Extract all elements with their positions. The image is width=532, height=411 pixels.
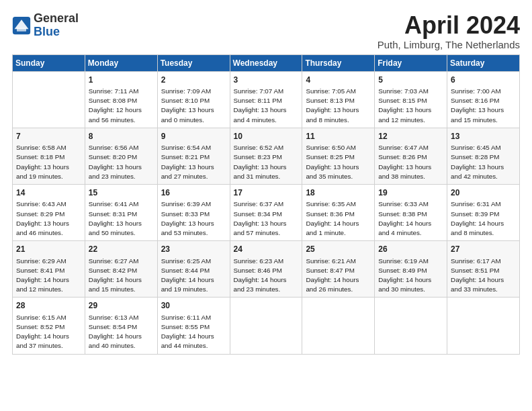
calendar-cell: 30Sunrise: 6:11 AM Sunset: 8:55 PM Dayli…	[157, 298, 230, 354]
day-number: 5	[378, 75, 444, 86]
day-number: 6	[451, 75, 517, 86]
calendar-cell: 25Sunrise: 6:21 AM Sunset: 8:47 PM Dayli…	[302, 241, 375, 298]
calendar-cell: 16Sunrise: 6:39 AM Sunset: 8:33 PM Dayli…	[157, 185, 230, 241]
cell-info: Sunrise: 6:39 AM Sunset: 8:33 PM Dayligh…	[161, 199, 227, 238]
cell-info: Sunrise: 6:33 AM Sunset: 8:38 PM Dayligh…	[378, 199, 444, 238]
calendar-cell: 10Sunrise: 6:52 AM Sunset: 8:23 PM Dayli…	[230, 128, 302, 184]
calendar-cell	[375, 298, 447, 354]
calendar-cell: 13Sunrise: 6:45 AM Sunset: 8:28 PM Dayli…	[447, 128, 520, 184]
calendar-cell: 14Sunrise: 6:43 AM Sunset: 8:29 PM Dayli…	[13, 185, 85, 241]
th-tuesday: Tuesday	[157, 54, 230, 71]
cell-info: Sunrise: 6:41 AM Sunset: 8:31 PM Dayligh…	[89, 199, 154, 238]
day-number: 19	[378, 187, 444, 199]
th-monday: Monday	[85, 54, 157, 71]
month-title: April 2024	[378, 12, 520, 39]
cell-info: Sunrise: 6:56 AM Sunset: 8:20 PM Dayligh…	[89, 143, 154, 181]
cell-info: Sunrise: 6:54 AM Sunset: 8:21 PM Dayligh…	[161, 143, 227, 181]
day-number: 23	[161, 244, 227, 255]
day-number: 8	[89, 131, 154, 142]
day-number: 30	[161, 300, 227, 312]
th-friday: Friday	[375, 54, 447, 71]
cell-info: Sunrise: 6:19 AM Sunset: 8:49 PM Dayligh…	[378, 257, 444, 295]
cell-info: Sunrise: 6:50 AM Sunset: 8:25 PM Dayligh…	[306, 143, 371, 181]
page: General Blue April 2024 Puth, Limburg, T…	[0, 0, 532, 361]
cell-info: Sunrise: 6:47 AM Sunset: 8:26 PM Dayligh…	[378, 143, 444, 181]
cell-info: Sunrise: 6:43 AM Sunset: 8:29 PM Dayligh…	[16, 199, 82, 238]
day-number: 1	[89, 75, 154, 86]
day-number: 28	[16, 300, 82, 312]
calendar-cell: 29Sunrise: 6:13 AM Sunset: 8:54 PM Dayli…	[85, 298, 157, 354]
day-number: 24	[234, 244, 300, 255]
day-number: 7	[16, 131, 82, 142]
logo-blue-label: Blue	[34, 26, 79, 39]
day-number: 22	[89, 244, 154, 255]
title-block: April 2024 Puth, Limburg, The Netherland…	[378, 12, 520, 50]
calendar-header-row: Sunday Monday Tuesday Wednesday Thursday…	[13, 54, 520, 71]
cell-info: Sunrise: 6:11 AM Sunset: 8:55 PM Dayligh…	[161, 313, 227, 351]
logo: General Blue	[12, 12, 79, 39]
calendar-cell: 5Sunrise: 7:03 AM Sunset: 8:15 PM Daylig…	[375, 71, 447, 128]
logo-icon	[12, 16, 31, 35]
calendar-cell: 23Sunrise: 6:25 AM Sunset: 8:44 PM Dayli…	[157, 241, 230, 298]
day-number: 18	[306, 187, 371, 199]
day-number: 2	[161, 75, 227, 86]
th-sunday: Sunday	[13, 54, 85, 71]
calendar-cell: 15Sunrise: 6:41 AM Sunset: 8:31 PM Dayli…	[85, 185, 157, 241]
day-number: 4	[306, 75, 371, 86]
logo-text: General Blue	[34, 12, 79, 39]
calendar-cell: 28Sunrise: 6:15 AM Sunset: 8:52 PM Dayli…	[13, 298, 85, 354]
day-number: 25	[306, 244, 371, 255]
cell-info: Sunrise: 6:27 AM Sunset: 8:42 PM Dayligh…	[89, 257, 154, 295]
calendar-cell	[302, 298, 375, 354]
day-number: 29	[89, 300, 154, 312]
day-number: 9	[161, 131, 227, 142]
calendar-cell	[447, 298, 520, 354]
calendar-cell: 9Sunrise: 6:54 AM Sunset: 8:21 PM Daylig…	[157, 128, 230, 184]
calendar-cell: 8Sunrise: 6:56 AM Sunset: 8:20 PM Daylig…	[85, 128, 157, 184]
calendar-cell: 22Sunrise: 6:27 AM Sunset: 8:42 PM Dayli…	[85, 241, 157, 298]
calendar-week-row-3: 21Sunrise: 6:29 AM Sunset: 8:41 PM Dayli…	[13, 241, 520, 298]
calendar-cell: 4Sunrise: 7:05 AM Sunset: 8:13 PM Daylig…	[302, 71, 375, 128]
calendar-cell: 2Sunrise: 7:09 AM Sunset: 8:10 PM Daylig…	[157, 71, 230, 128]
day-number: 3	[234, 75, 300, 86]
calendar-cell: 20Sunrise: 6:31 AM Sunset: 8:39 PM Dayli…	[447, 185, 520, 241]
cell-info: Sunrise: 6:35 AM Sunset: 8:36 PM Dayligh…	[306, 199, 371, 238]
cell-info: Sunrise: 7:05 AM Sunset: 8:13 PM Dayligh…	[306, 87, 371, 125]
day-number: 16	[161, 187, 227, 199]
calendar-cell: 7Sunrise: 6:58 AM Sunset: 8:18 PM Daylig…	[13, 128, 85, 184]
day-number: 21	[16, 244, 82, 255]
th-saturday: Saturday	[447, 54, 520, 71]
calendar-cell	[230, 298, 302, 354]
calendar-cell: 19Sunrise: 6:33 AM Sunset: 8:38 PM Dayli…	[375, 185, 447, 241]
cell-info: Sunrise: 6:13 AM Sunset: 8:54 PM Dayligh…	[89, 313, 154, 351]
calendar-cell: 11Sunrise: 6:50 AM Sunset: 8:25 PM Dayli…	[302, 128, 375, 184]
cell-info: Sunrise: 6:37 AM Sunset: 8:34 PM Dayligh…	[234, 199, 300, 238]
calendar-week-row-2: 14Sunrise: 6:43 AM Sunset: 8:29 PM Dayli…	[13, 185, 520, 241]
cell-info: Sunrise: 7:00 AM Sunset: 8:16 PM Dayligh…	[451, 87, 517, 125]
day-number: 11	[306, 131, 371, 142]
logo-general-label: General	[34, 12, 79, 26]
day-number: 14	[16, 187, 82, 199]
calendar-cell: 27Sunrise: 6:17 AM Sunset: 8:51 PM Dayli…	[447, 241, 520, 298]
location-title: Puth, Limburg, The Netherlands	[378, 39, 520, 50]
cell-info: Sunrise: 7:11 AM Sunset: 8:08 PM Dayligh…	[89, 87, 154, 125]
cell-info: Sunrise: 7:03 AM Sunset: 8:15 PM Dayligh…	[378, 87, 444, 125]
day-number: 26	[378, 244, 444, 255]
cell-info: Sunrise: 6:52 AM Sunset: 8:23 PM Dayligh…	[234, 143, 300, 181]
cell-info: Sunrise: 6:25 AM Sunset: 8:44 PM Dayligh…	[161, 257, 227, 295]
calendar-table: Sunday Monday Tuesday Wednesday Thursday…	[12, 54, 520, 355]
day-number: 13	[451, 131, 517, 142]
th-thursday: Thursday	[302, 54, 375, 71]
cell-info: Sunrise: 7:09 AM Sunset: 8:10 PM Dayligh…	[161, 87, 227, 125]
day-number: 12	[378, 131, 444, 142]
calendar-cell	[13, 71, 85, 128]
cell-info: Sunrise: 6:23 AM Sunset: 8:46 PM Dayligh…	[234, 257, 300, 295]
cell-info: Sunrise: 6:21 AM Sunset: 8:47 PM Dayligh…	[306, 257, 371, 295]
day-number: 15	[89, 187, 154, 199]
cell-info: Sunrise: 6:29 AM Sunset: 8:41 PM Dayligh…	[16, 257, 82, 295]
cell-info: Sunrise: 6:17 AM Sunset: 8:51 PM Dayligh…	[451, 257, 517, 295]
calendar-cell: 3Sunrise: 7:07 AM Sunset: 8:11 PM Daylig…	[230, 71, 302, 128]
th-wednesday: Wednesday	[230, 54, 302, 71]
calendar-cell: 6Sunrise: 7:00 AM Sunset: 8:16 PM Daylig…	[447, 71, 520, 128]
day-number: 27	[451, 244, 517, 255]
